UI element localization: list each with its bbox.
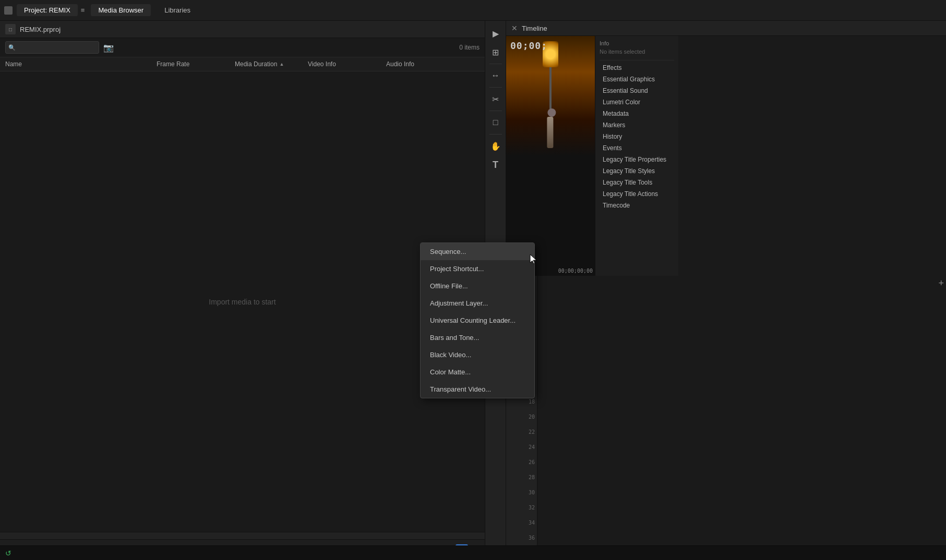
ctx-color-matte[interactable]: Color Matte... [421,363,534,381]
context-menu: Sequence... Project Shortcut... Offline … [420,242,535,398]
ctx-black-video[interactable]: Black Video... [421,346,534,363]
ctx-project-shortcut[interactable]: Project Shortcut... [421,260,534,277]
ctx-transparent-video[interactable]: Transparent Video... [421,381,534,398]
context-menu-overlay[interactable]: Sequence... Project Shortcut... Offline … [0,0,946,560]
ctx-bars-tone[interactable]: Bars and Tone... [421,329,534,346]
ctx-offline-file[interactable]: Offline File... [421,277,534,295]
ctx-adjustment-layer[interactable]: Adjustment Layer... [421,295,534,312]
ctx-sequence[interactable]: Sequence... [421,243,534,260]
ctx-universal-counting[interactable]: Universal Counting Leader... [421,312,534,329]
